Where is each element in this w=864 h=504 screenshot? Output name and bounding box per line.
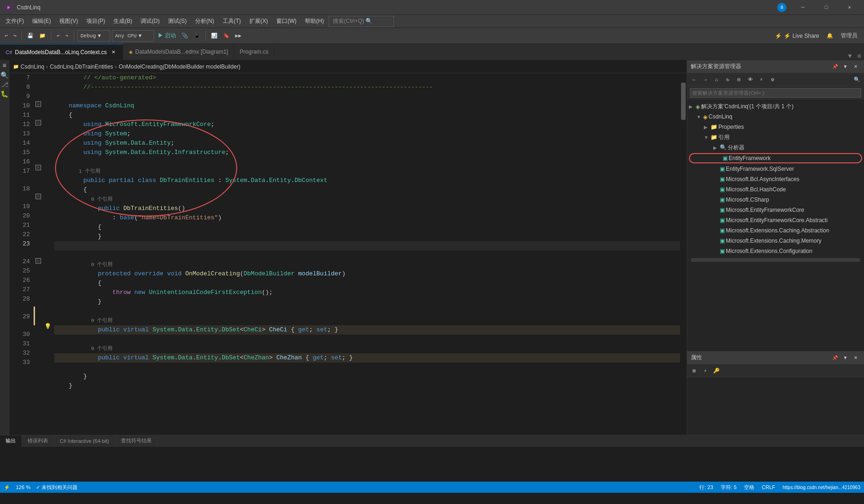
editor-scrollbar[interactable] xyxy=(680,73,687,435)
tree-caching-abstract[interactable]: ▣ Microsoft.Extensions.Caching.Abstracti… xyxy=(687,225,864,236)
menu-tools[interactable]: 工具(T) xyxy=(219,16,245,27)
live-share-button[interactable]: ⚡ ⚡ Live Share xyxy=(771,32,823,40)
menu-extensions[interactable]: 扩展(X) xyxy=(246,16,272,27)
toolbar-save-all-btn[interactable]: 📁 xyxy=(37,30,48,42)
sol-refresh-btn[interactable]: ↻ xyxy=(723,75,733,85)
menu-help[interactable]: 帮助(H) xyxy=(301,16,328,27)
sol-forward-btn[interactable]: → xyxy=(700,75,710,85)
activity-icon-3[interactable]: ⎇ xyxy=(1,81,8,88)
activity-icon-1[interactable]: ≡ xyxy=(1,62,8,70)
tab-edmx[interactable]: ◈ DataModelsDataB...edmx [Diagram1] xyxy=(123,44,234,60)
fold-10[interactable]: − xyxy=(35,101,41,107)
tree-efcore-abstract[interactable]: ▣ Microsoft.EntityFrameworkCore.Abstract… xyxy=(687,215,864,225)
debug-mode-dropdown[interactable]: Debug ▼ xyxy=(77,30,110,42)
prop-close-btn[interactable]: ✕ xyxy=(851,353,860,363)
tab-context-cs[interactable]: C# DataModelsDataB...oLinq.Context.cs ✕ xyxy=(0,44,123,60)
panel-close-btn[interactable]: ✕ xyxy=(851,62,860,71)
prop-dropdown-btn[interactable]: ▼ xyxy=(841,353,850,363)
menu-analyze[interactable]: 分析(N) xyxy=(191,16,218,27)
maximize-button[interactable]: □ xyxy=(815,0,837,15)
prop-grid-btn[interactable]: ⊞ xyxy=(689,366,699,376)
tree-solution[interactable]: ▶ ◈ 解决方案'CsdnLinq'(1 个项目/共 1 个) xyxy=(687,101,864,112)
status-branch[interactable]: ⚡ xyxy=(4,484,10,490)
output-tab-errors[interactable]: 错误列表 xyxy=(22,435,54,447)
activity-icon-4[interactable]: 🐛 xyxy=(1,90,8,98)
menu-window[interactable]: 窗口(W) xyxy=(273,16,300,27)
tree-bcl-hashcode[interactable]: ▣ Microsoft.Bcl.HashCode xyxy=(687,184,864,195)
tree-bcl-async[interactable]: ▣ Microsoft.Bcl.AsyncInterfaces xyxy=(687,174,864,184)
sol-collapse-btn[interactable]: ⊟ xyxy=(734,75,744,85)
toolbar-redo-btn[interactable]: ↷ xyxy=(63,30,70,42)
toolbar-extra-btns[interactable]: ▶▶ xyxy=(233,30,243,42)
tree-caching-memory[interactable]: ▣ Microsoft.Extensions.Caching.Memory xyxy=(687,236,864,246)
fold-17[interactable]: − xyxy=(35,165,41,170)
status-encoding[interactable]: CRLF xyxy=(762,484,775,490)
sol-home-btn[interactable]: ⌂ xyxy=(711,75,722,85)
output-tab-csharp-interactive[interactable]: C# Interactive (64-bit) xyxy=(54,435,115,447)
tree-project[interactable]: ▼ ◈ CsdnLinq xyxy=(687,112,864,122)
sol-settings-btn[interactable]: ⚙ xyxy=(767,75,778,85)
lightbulb-icon-23[interactable]: 💡 xyxy=(43,322,52,331)
tree-config[interactable]: ▣ Microsoft.Extensions.Configuration xyxy=(687,246,864,256)
code-content[interactable]: // </auto-generated> //-----------------… xyxy=(52,73,680,435)
tree-ef-sqlserver[interactable]: ▣ EntityFramework.SqlServer xyxy=(687,164,864,174)
attach-btn[interactable]: 📎 xyxy=(180,30,190,42)
tree-analyzer[interactable]: ▶ 🔍 分析器 xyxy=(687,142,864,153)
output-tab-output[interactable]: 输出 xyxy=(0,435,22,447)
admin-button[interactable]: 管理员 xyxy=(837,31,861,41)
perf-btn[interactable]: 📊 xyxy=(209,30,219,42)
status-url[interactable]: https://blog.csdn.net/hejian...4210963 xyxy=(783,485,860,490)
breadcrumb-project[interactable]: CsdnLinq xyxy=(21,63,44,70)
tree-entity-framework[interactable]: ▣ EntityFramework xyxy=(689,153,862,163)
fold-24[interactable]: − xyxy=(35,258,41,264)
tree-refs-folder[interactable]: ▼ 📁 引用 xyxy=(687,132,864,142)
fold-19[interactable]: − xyxy=(35,194,41,199)
tab-settings-btn[interactable]: ⚙ xyxy=(855,52,864,60)
run-button[interactable]: ▶ 启动 xyxy=(156,30,178,42)
status-problems[interactable]: ✓ 未找到相关问题 xyxy=(36,484,77,491)
status-zoom[interactable]: 126 % xyxy=(16,484,30,490)
scroll-thumb[interactable] xyxy=(681,83,686,120)
close-button[interactable]: ✕ xyxy=(839,0,860,15)
tree-scrollbar[interactable] xyxy=(691,258,860,262)
pin-button[interactable]: 📌 xyxy=(830,62,840,71)
cpu-dropdown[interactable]: Any CPU ▼ xyxy=(112,30,154,42)
menu-project[interactable]: 项目(P) xyxy=(83,16,109,27)
menu-debug[interactable]: 调试(D) xyxy=(137,16,163,27)
menu-edit[interactable]: 编辑(E) xyxy=(28,16,55,27)
status-spaces[interactable]: 空格 xyxy=(744,484,754,491)
tab-program-cs[interactable]: Program.cs xyxy=(234,44,274,60)
status-col[interactable]: 字符: 5 xyxy=(721,484,737,491)
menu-file[interactable]: 文件(F) xyxy=(2,16,28,27)
notification-badge[interactable]: 8 xyxy=(777,3,787,12)
output-tab-find-results[interactable]: 查找符号结果 xyxy=(115,435,158,447)
menu-build[interactable]: 生成(B) xyxy=(110,16,136,27)
minimize-button[interactable]: ─ xyxy=(792,0,814,15)
sol-search-btn[interactable]: 🔍 xyxy=(852,75,862,85)
fold-12[interactable]: − xyxy=(35,120,41,126)
prop-key-btn[interactable]: 🔑 xyxy=(711,366,722,376)
menu-search[interactable]: 搜索(Ctrl+Q) 🔍 xyxy=(329,16,394,27)
sol-back-btn[interactable]: ← xyxy=(689,75,699,85)
tree-properties[interactable]: ▶ 📁 Properties xyxy=(687,122,864,132)
activity-icon-2[interactable]: 🔍 xyxy=(1,71,8,79)
sol-filter-btn[interactable]: ⚡ xyxy=(756,75,766,85)
bookmark-btn[interactable]: 🔖 xyxy=(221,30,232,42)
panel-dropdown-btn[interactable]: ▼ xyxy=(841,62,850,71)
sol-show-all-btn[interactable]: 👁 xyxy=(745,75,755,85)
toolbar-back-btn[interactable]: ↩ xyxy=(3,30,10,42)
toolbar-forward-btn[interactable]: ↪ xyxy=(12,30,19,42)
menu-view[interactable]: 视图(V) xyxy=(56,16,82,27)
code-editor[interactable]: 7 8 9 10 11 12 13 14 15 16 17 18 19 20 xyxy=(9,73,687,435)
breadcrumb-method[interactable]: OnModelCreating(DbModelBuilder modelBuil… xyxy=(119,63,240,70)
tree-ms-csharp[interactable]: ▣ Microsoft.CSharp xyxy=(687,195,864,205)
tree-efcore[interactable]: ▣ Microsoft.EntityFrameworkCore xyxy=(687,205,864,215)
search-input[interactable] xyxy=(690,88,861,98)
menu-test[interactable]: 测试(S) xyxy=(164,16,190,27)
tab-overflow-btn[interactable]: ▼ xyxy=(845,53,855,60)
breadcrumb-class[interactable]: CsdnLinq.DbTrainEntities xyxy=(50,63,113,70)
prop-sort-btn[interactable]: ⚡ xyxy=(700,366,710,376)
notify-btn[interactable]: 🔔 xyxy=(825,30,835,42)
toolbar-undo-btn[interactable]: ↶ xyxy=(55,30,62,42)
tab-context-close[interactable]: ✕ xyxy=(110,49,117,56)
